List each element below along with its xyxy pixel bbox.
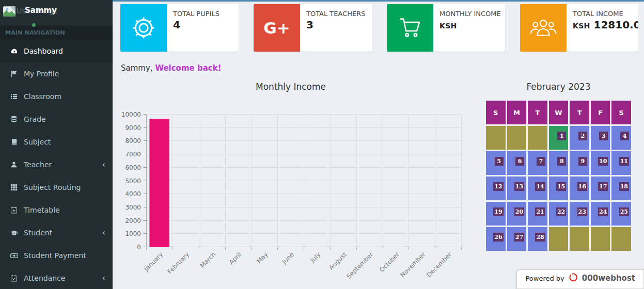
day-number-badge: 12 <box>493 182 503 191</box>
sidebar-nav: DashboardMy ProfileClassroomGradeSubject… <box>0 40 113 289</box>
day-number-badge: 28 <box>535 233 545 242</box>
calendar-day-14: 14 <box>528 176 547 200</box>
stat-card-body: TOTAL TEACHERS3 <box>300 4 371 52</box>
000webhost-logo-icon <box>568 272 578 284</box>
nav-section-label: MAIN NAVIGATION <box>0 26 113 40</box>
day-number-badge: 26 <box>493 233 503 242</box>
x-axis-label: May <box>255 251 269 265</box>
calendar-day-21: 21 <box>528 202 547 226</box>
sidebar-item-subject[interactable]: Subject <box>0 131 113 153</box>
day-number-badge: 7 <box>537 157 545 166</box>
day-number-badge: 13 <box>514 182 524 191</box>
sidebar-item-label: Subject Routing <box>24 183 81 191</box>
gridline-vertical <box>409 115 409 247</box>
sidebar-item-my-profile[interactable]: My Profile <box>0 62 113 85</box>
stat-card-value: 3 <box>306 19 366 31</box>
sidebar-item-teacher[interactable]: Teacher‹ <box>0 153 113 176</box>
y-axis-label: 2000 <box>119 217 141 224</box>
gridline-vertical <box>225 115 226 247</box>
day-number-badge: 27 <box>514 233 524 242</box>
money-icon <box>8 252 20 260</box>
x-axis-label: December <box>426 251 453 279</box>
calendar-weekday-header: S <box>611 101 631 124</box>
stat-value-number: 12810.00 <box>594 19 638 31</box>
day-number-badge: 22 <box>556 207 566 216</box>
calendar-empty-cell <box>507 126 527 150</box>
calendar-day-1: 1 <box>549 126 569 150</box>
x-tick-mark <box>225 247 226 250</box>
calendar-empty-cell <box>486 126 506 150</box>
x-tick-mark <box>199 247 199 250</box>
welcome-back-text: Welcome back! <box>155 63 221 73</box>
x-axis-label: April <box>228 251 243 266</box>
day-number-badge: 4 <box>620 132 629 140</box>
sidebar-item-dashboard[interactable]: Dashboard <box>0 40 113 62</box>
user-icon <box>8 161 20 168</box>
sidebar-item-classroom[interactable]: Classroom <box>0 85 113 108</box>
y-axis-label: 8000 <box>119 137 141 145</box>
sidebar-item-label: Timetable <box>24 206 60 214</box>
x-axis-label: November <box>399 251 427 279</box>
day-number-badge: 24 <box>598 207 608 216</box>
sidebar-item-student[interactable]: Student‹ <box>0 221 113 244</box>
database-icon <box>8 116 20 123</box>
day-number-badge: 19 <box>493 207 503 216</box>
calendar-weekday-header: M <box>507 101 527 124</box>
gridline-vertical <box>251 115 252 247</box>
calendar-day-17: 17 <box>591 176 610 200</box>
sidebar-item-subject-routing[interactable]: Subject Routing <box>0 176 113 199</box>
y-axis-label: 4000 <box>119 190 141 198</box>
x-tick-mark <box>383 247 383 250</box>
monthly-income-chart: Monthly Income 0100020003000400050006000… <box>120 82 461 288</box>
day-number-badge: 18 <box>619 182 629 191</box>
calendar-day-23: 23 <box>570 202 589 226</box>
day-number-badge: 1 <box>557 132 566 140</box>
x-tick-mark <box>461 247 462 250</box>
x-axis-label: February <box>166 251 191 276</box>
x-tick-mark <box>435 247 435 250</box>
day-number-badge: 15 <box>556 182 566 191</box>
currency-prefix: KSH <box>439 22 457 30</box>
calendar-day-28: 28 <box>528 227 547 251</box>
sidebar-item-grade[interactable]: Grade <box>0 108 113 131</box>
stat-value-number: 4 <box>173 19 180 31</box>
graduation-cap-icon <box>8 229 20 237</box>
gridline-vertical <box>199 115 199 247</box>
stat-card-value: 4 <box>173 19 219 31</box>
calendar-empty-cell <box>549 227 569 251</box>
sidebar-item-attendance[interactable]: Attendance‹ <box>0 267 113 289</box>
chart-title: Monthly Income <box>120 82 461 92</box>
gridline-vertical <box>330 115 331 247</box>
calendar-empty-cell <box>611 227 631 251</box>
calendar-day-24: 24 <box>591 202 610 226</box>
powered-by-badge[interactable]: Powered by 000webhost <box>516 269 644 289</box>
calendar-day-11: 11 <box>611 151 631 175</box>
calendar-empty-cell <box>591 227 610 251</box>
sidebar-item-label: Grade <box>24 115 46 123</box>
grid-icon <box>8 184 20 191</box>
day-number-badge: 17 <box>598 182 608 191</box>
calendar-day-12: 12 <box>486 176 506 200</box>
x-axis-label: September <box>345 251 374 280</box>
sidebar-item-student-payment[interactable]: Student Payment <box>0 244 113 267</box>
users-icon <box>520 4 567 52</box>
gridline-vertical <box>356 115 357 247</box>
stat-card-value: KSH 12810.00 <box>573 19 638 31</box>
calendar-weekday-header: F <box>591 101 610 124</box>
calendar-day-25: 25 <box>611 202 631 226</box>
calendar-day-5: 5 <box>486 151 506 175</box>
sidebar-item-timetable[interactable]: Timetable <box>0 199 113 221</box>
welcome-message: Sammy, Welcome back! <box>121 63 222 73</box>
sidebar-item-label: Student <box>24 229 52 237</box>
day-number-badge: 6 <box>515 157 524 166</box>
powered-by-text: Powered by <box>525 275 564 282</box>
broken-user-image-icon <box>3 5 16 20</box>
day-number-badge: 10 <box>598 157 608 166</box>
flag-icon <box>8 70 20 77</box>
welcome-name: Sammy, <box>121 63 153 73</box>
x-tick-mark <box>356 247 357 250</box>
cart-icon <box>387 4 433 52</box>
calendar-day-15: 15 <box>549 176 569 200</box>
day-number-badge: 3 <box>599 132 608 140</box>
x-axis-label: January <box>143 251 164 272</box>
